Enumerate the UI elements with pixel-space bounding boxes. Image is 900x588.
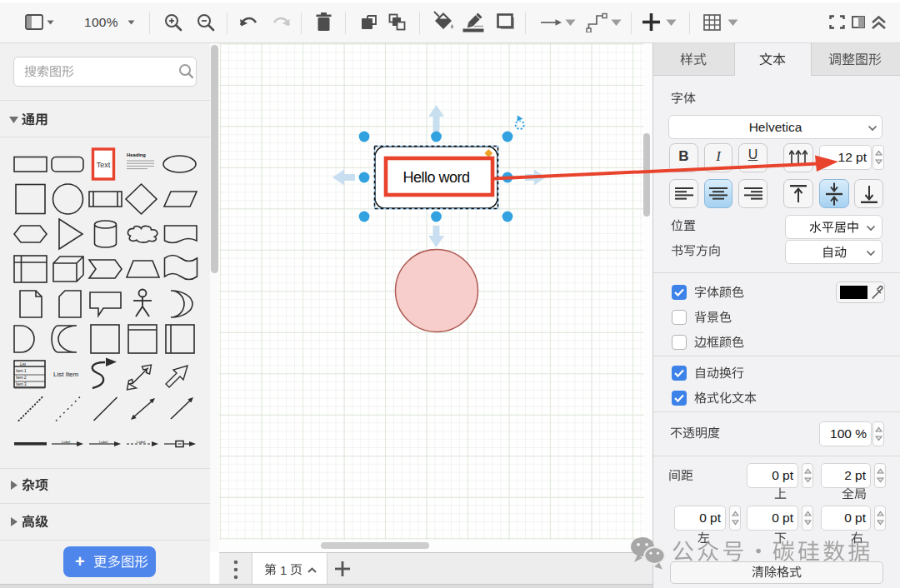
svg-text:Item 1: Item 1 [16, 369, 27, 373]
svg-text:List: List [20, 362, 27, 366]
svg-text:Heading: Heading [127, 152, 146, 157]
svg-text:Hello word: Hello word [402, 169, 469, 186]
svg-text:Item 3: Item 3 [16, 382, 27, 386]
svg-text:Label: Label [137, 440, 145, 444]
svg-text:List Item: List Item [53, 371, 79, 378]
svg-text:Text: Text [97, 161, 111, 169]
svg-text:Label: Label [99, 440, 108, 444]
svg-text:Label: Label [62, 440, 70, 444]
svg-text:Item 2: Item 2 [16, 376, 27, 380]
